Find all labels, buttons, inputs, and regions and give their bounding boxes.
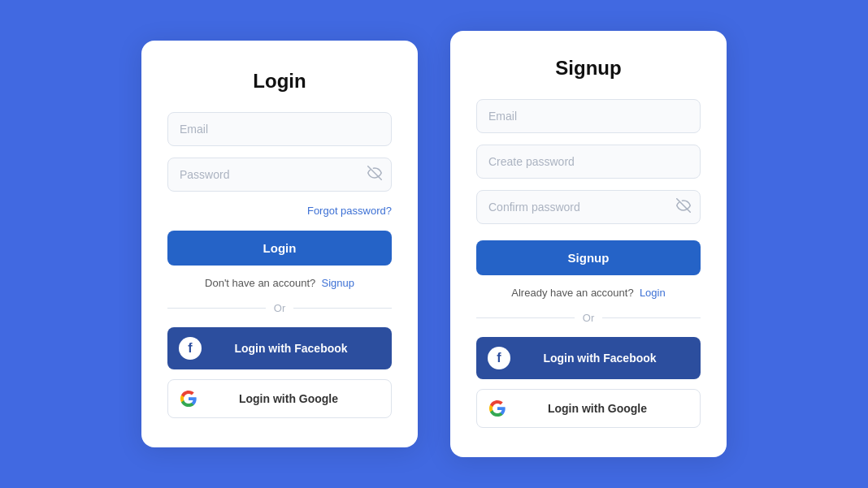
login-signup-link[interactable]: Signup [321,277,354,289]
login-card: Login Forgot password? Login Don't have … [141,41,418,447]
login-facebook-icon: f [179,337,202,360]
login-divider-line-right [293,308,392,309]
signup-google-button[interactable]: Login with Google [476,389,701,428]
login-email-input[interactable] [167,112,392,146]
signup-divider-line-left [476,317,575,318]
cards-container: Login Forgot password? Login Don't have … [141,31,727,457]
login-divider: Or [167,302,392,314]
signup-create-password-input[interactable] [476,145,701,179]
login-password-input[interactable] [167,158,392,192]
signup-email-group [476,99,701,133]
signup-facebook-button[interactable]: f Login with Facebook [476,337,701,379]
login-title: Login [167,70,392,93]
login-facebook-button[interactable]: f Login with Facebook [167,327,392,369]
login-button[interactable]: Login [167,231,392,266]
login-password-group [167,158,392,192]
login-or-text: Or [274,302,285,314]
signup-google-icon [488,399,506,417]
login-google-button[interactable]: Login with Google [167,379,392,418]
signup-facebook-icon: f [488,347,510,369]
login-no-account-text: Don't have an account? Signup [167,277,392,289]
signup-divider-line-right [602,317,701,318]
signup-email-input[interactable] [476,99,701,133]
login-google-icon [180,390,197,408]
forgot-password-link[interactable]: Forgot password? [167,203,392,218]
login-toggle-password-icon[interactable] [367,166,382,184]
login-divider-line-left [167,308,266,309]
signup-have-account-text: Already have an account? Login [476,287,701,299]
signup-button[interactable]: Signup [476,240,701,275]
signup-login-link[interactable]: Login [640,287,666,299]
signup-title: Signup [476,57,701,80]
signup-toggle-password-icon[interactable] [676,198,691,216]
signup-create-password-group [476,145,701,179]
signup-confirm-password-input[interactable] [476,190,701,224]
signup-or-text: Or [583,312,594,324]
login-email-group [167,112,392,146]
signup-confirm-password-group [476,190,701,224]
signup-card: Signup Signup Already have an account? L… [450,31,727,457]
signup-divider: Or [476,312,701,324]
